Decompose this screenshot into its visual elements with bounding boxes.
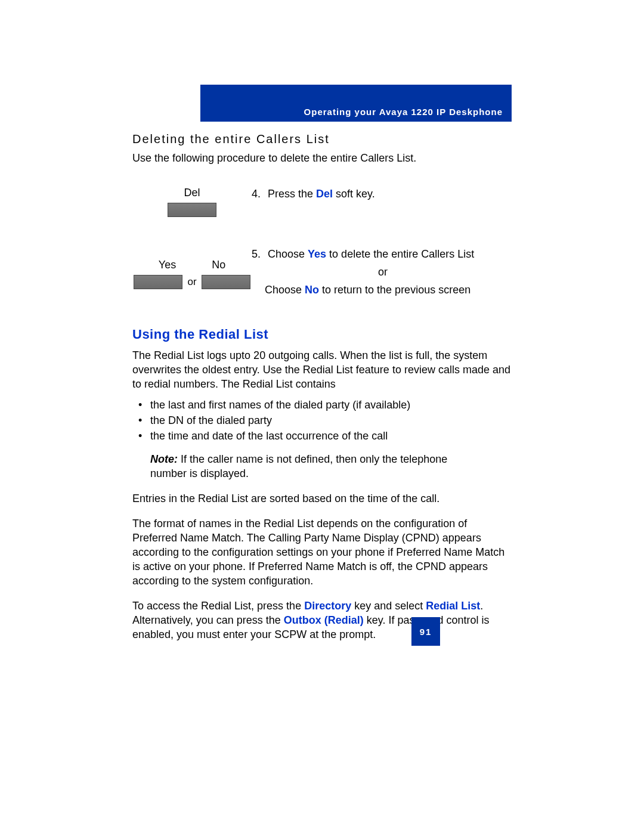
step-4-text: 4. Press the Del soft key. — [252, 187, 514, 201]
header-bar: Operating your Avaya 1220 IP Deskphone — [200, 85, 512, 122]
step-4-post: soft key. — [333, 188, 375, 200]
bullet-2: the DN of the dialed party — [132, 413, 514, 428]
step-4-pre: Press the — [268, 188, 316, 200]
step-5-number: 5. — [252, 247, 265, 261]
redial-bullets: the last and first names of the dialed p… — [132, 397, 514, 444]
softkey-or: or — [187, 276, 196, 288]
softkey-label-del: Del — [132, 187, 252, 199]
step-5-line1-kw: Yes — [308, 248, 326, 260]
note-text: If the caller name is not defined, then … — [150, 453, 447, 479]
page-number: 91 — [411, 617, 440, 646]
p4-kw2: Redial List — [426, 600, 480, 612]
softkey-label-yes: Yes — [159, 259, 176, 271]
note-label: Note: — [150, 453, 178, 465]
step-5-line1-post: to delete the entire Callers List — [326, 248, 474, 260]
softkey-yes-button[interactable] — [134, 275, 182, 289]
softkey-label-no: No — [212, 259, 225, 271]
p4-kw1: Directory — [304, 600, 351, 612]
p4-b: key and select — [351, 600, 426, 612]
step-5-row: Yes No or 5. Choose Yes to delete the en… — [132, 247, 514, 297]
p4-kw3: Outbox (Redial) — [284, 614, 364, 626]
softkey-del-button[interactable] — [168, 203, 216, 217]
p4-a: To access the Redial List, press the — [132, 600, 304, 612]
step-5-line2-kw: No — [305, 284, 319, 296]
redial-p2: Entries in the Redial List are sorted ba… — [132, 491, 514, 506]
step-5-line2-post: to return to the previous screen — [319, 284, 470, 296]
step-5-line1-pre: Choose — [268, 248, 308, 260]
note-block: Note: If the caller name is not defined,… — [150, 452, 484, 481]
redial-p1: The Redial List logs upto 20 outgoing ca… — [132, 348, 514, 391]
step-5-text: 5. Choose Yes to delete the entire Calle… — [252, 247, 514, 297]
header-text: Operating your Avaya 1220 IP Deskphone — [304, 107, 503, 117]
section-redial-title: Using the Redial List — [132, 327, 514, 342]
redial-p4: To access the Redial List, press the Dir… — [132, 599, 514, 642]
subheading-delete: Deleting the entire Callers List — [132, 132, 514, 146]
step-5-key-col: Yes No or — [132, 247, 252, 289]
page: Operating your Avaya 1220 IP Deskphone D… — [0, 0, 644, 833]
step-4-key-col: Del — [132, 187, 252, 217]
step-5-line2-pre: Choose — [265, 284, 305, 296]
bullet-3: the time and date of the last occurrence… — [132, 428, 514, 444]
intro-text: Use the following procedure to delete th… — [132, 151, 514, 165]
step-4-row: Del 4. Press the Del soft key. — [132, 187, 514, 217]
content: Deleting the entire Callers List Use the… — [132, 132, 514, 648]
step-4-kw: Del — [316, 188, 333, 200]
softkey-no-button[interactable] — [202, 275, 250, 289]
step-4-number: 4. — [252, 187, 265, 201]
step-5-or: or — [252, 265, 514, 279]
bullet-1: the last and first names of the dialed p… — [132, 397, 514, 413]
redial-p3: The format of names in the Redial List d… — [132, 516, 514, 588]
